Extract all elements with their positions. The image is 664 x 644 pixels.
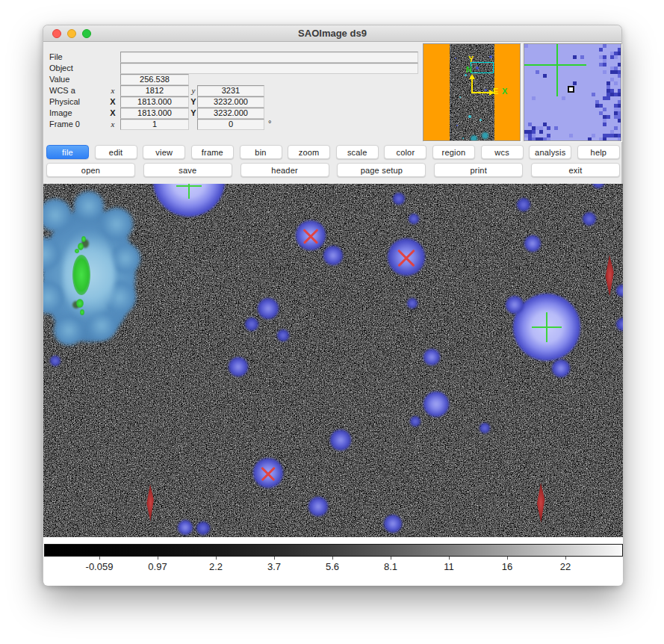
info-row-value: Value 256.538 xyxy=(43,74,462,85)
magnifier[interactable] xyxy=(524,43,621,141)
info-row-frame: Frame 0 x 1 0 ° xyxy=(43,119,462,130)
star-blob xyxy=(480,423,490,433)
panner-dot xyxy=(485,89,487,91)
colorbar-tick xyxy=(565,557,566,560)
magnifier-pixel xyxy=(539,130,543,134)
menu-button-view[interactable]: view xyxy=(143,145,185,159)
cross-region-marker[interactable] xyxy=(532,312,562,342)
menu-button-edit[interactable]: edit xyxy=(95,145,137,159)
action-button-print[interactable]: print xyxy=(434,163,523,177)
info-row-wcs: WCS a x 1812 y 3231 xyxy=(43,85,462,96)
colorbar-tick xyxy=(507,557,508,560)
colorbar[interactable] xyxy=(44,544,623,557)
menu-button-region[interactable]: region xyxy=(432,145,475,159)
value-field[interactable]: 256.538 xyxy=(120,74,189,85)
action-button-open[interactable]: open xyxy=(46,163,135,177)
star-blob xyxy=(323,246,343,265)
panner-dot xyxy=(482,132,488,139)
magnifier-pixel xyxy=(603,108,606,111)
colorbar-tick-label: 11 xyxy=(444,561,454,572)
magnifier-pixel xyxy=(588,137,592,141)
magnifier-pixel xyxy=(569,134,573,137)
magnifier-cursor-box xyxy=(568,86,574,93)
action-button-page-setup[interactable]: page setup xyxy=(337,163,426,177)
magnifier-pixel xyxy=(543,74,547,78)
frame-label: Frame 0 xyxy=(49,120,80,129)
info-row-object: Object xyxy=(43,63,462,74)
streak-region-marker[interactable] xyxy=(146,484,155,521)
menu-button-help[interactable]: help xyxy=(577,145,620,159)
value-label: Value xyxy=(49,75,69,84)
menu-button-zoom[interactable]: zoom xyxy=(288,145,330,159)
image-label: Image xyxy=(49,108,72,117)
saturated-core-green xyxy=(80,309,84,315)
x-region-marker[interactable] xyxy=(259,464,277,482)
magnifier-pixel xyxy=(599,48,603,52)
colorbar-tick xyxy=(158,557,158,560)
menu-button-bin[interactable]: bin xyxy=(240,145,282,159)
magnifier-pixel xyxy=(547,137,550,141)
star-blob xyxy=(245,318,258,331)
menu-button-file[interactable]: file xyxy=(46,145,89,159)
menu-button-scale[interactable]: scale xyxy=(336,145,379,159)
image-y-field[interactable]: 3232.000 xyxy=(197,108,264,119)
panner-dot xyxy=(455,58,456,59)
compass-east-arrow xyxy=(472,92,490,93)
cross-region-marker[interactable] xyxy=(176,184,202,199)
titlebar[interactable]: SAOImage ds9 xyxy=(43,25,621,42)
physical-y-field[interactable]: 3232.000 xyxy=(197,96,264,108)
menu-button-analysis[interactable]: analysis xyxy=(529,145,571,159)
star-blob xyxy=(393,193,405,205)
panner-dot xyxy=(468,115,471,118)
wcs-y-field[interactable]: 3231 xyxy=(197,85,264,96)
physical-label: Physical xyxy=(49,97,80,106)
star-blob xyxy=(50,356,60,366)
streak-region-marker[interactable] xyxy=(604,255,615,297)
star-blob xyxy=(409,214,419,224)
image-canvas[interactable] xyxy=(43,184,623,537)
magnifier-pixel xyxy=(618,119,621,123)
streak-region-marker[interactable] xyxy=(536,483,546,523)
magnifier-pixel xyxy=(618,74,621,78)
menu-bar: fileeditviewframebinzoomscalecolorregion… xyxy=(43,145,623,159)
action-button-header[interactable]: header xyxy=(241,163,329,177)
menu-button-color[interactable]: color xyxy=(384,145,426,159)
action-button-exit[interactable]: exit xyxy=(531,163,620,177)
physical-x-field[interactable]: 1813.000 xyxy=(120,96,189,108)
panner[interactable]: Y N E X xyxy=(423,43,521,141)
image-x-field[interactable]: 1813.000 xyxy=(120,108,189,119)
star-blob xyxy=(583,212,596,226)
star-blob xyxy=(592,184,604,188)
magnifier-pixel xyxy=(603,70,606,74)
compass-y-label: Y xyxy=(468,55,474,64)
colorbar-tick xyxy=(216,557,217,560)
star-blob xyxy=(423,349,440,365)
panner-dot xyxy=(465,74,467,76)
menu-button-frame[interactable]: frame xyxy=(191,145,234,159)
panner-view-box[interactable] xyxy=(471,62,494,73)
magnifier-pixel xyxy=(618,52,621,55)
wcs-x-field[interactable]: 1812 xyxy=(120,85,189,96)
star-blob xyxy=(178,520,193,535)
colorbar-tick xyxy=(391,557,391,560)
frame-zoom-field[interactable]: 1 xyxy=(120,119,189,130)
star-blob xyxy=(616,285,623,297)
magnifier-pixel xyxy=(532,96,536,100)
object-field[interactable] xyxy=(120,63,418,74)
action-button-save[interactable]: save xyxy=(143,163,232,177)
magnifier-crosshair-h xyxy=(524,64,586,66)
info-row-physical: Physical X 1813.000 Y 3232.000 xyxy=(43,96,462,108)
compass-x-label: X xyxy=(502,87,507,96)
info-row-image: Image X 1813.000 Y 3232.000 xyxy=(43,108,462,119)
panner-dot xyxy=(489,55,492,58)
frame-rotate-field[interactable]: 0 xyxy=(197,119,264,130)
x-region-marker[interactable] xyxy=(395,246,418,268)
magnifier-pixel xyxy=(614,81,618,85)
file-field[interactable] xyxy=(120,52,418,63)
x-region-marker[interactable] xyxy=(301,226,320,245)
menu-button-wcs[interactable]: wcs xyxy=(481,145,524,159)
magnifier-pixel xyxy=(524,44,528,48)
magnifier-pixel xyxy=(603,44,606,48)
panner-dot xyxy=(459,96,461,98)
magnifier-pixel xyxy=(618,93,621,96)
